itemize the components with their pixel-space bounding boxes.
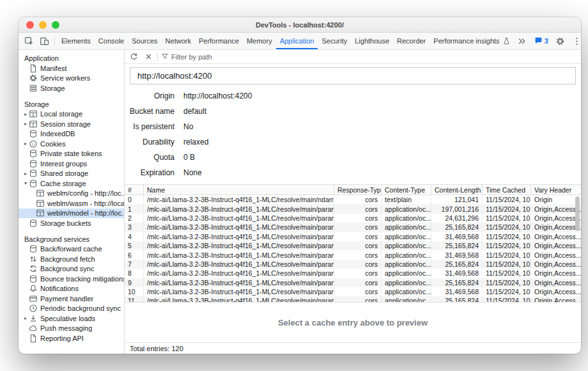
table-row[interactable]: 3/mlc-ai/Llama-3.2-3B-Instruct-q4f16_1-M…: [125, 223, 581, 232]
sidebar-item-label: Private state tokens: [40, 150, 102, 157]
minimize-window-button[interactable]: [39, 21, 47, 29]
sidebar-item-session-storage[interactable]: ▸Session storage: [19, 119, 124, 129]
column-header-content-type[interactable]: Content-Type: [382, 185, 431, 194]
column-header-name[interactable]: Name: [144, 185, 334, 194]
tab-application[interactable]: Application: [276, 33, 318, 49]
sidebar-item-label: Background fetch: [40, 255, 95, 263]
sidebar-item-label: Session storage: [40, 120, 91, 128]
column-header-time-cached[interactable]: Time Cached: [483, 185, 531, 194]
sidebar-section-storage: Storage▸Local storage▸Session storageInd…: [19, 99, 124, 228]
tab-console[interactable]: Console: [95, 33, 128, 49]
filter-input[interactable]: [171, 53, 312, 61]
meta-value: No: [183, 122, 193, 131]
kebab-menu-icon[interactable]: [569, 36, 581, 46]
devtools-window: DevTools - localhost:4200/ ElementsConso…: [19, 17, 581, 354]
sidebar-item-interest-groups[interactable]: Interest groups: [19, 159, 124, 169]
tab-performance-insights[interactable]: Performance insights: [429, 33, 514, 49]
table-row[interactable]: 11/mlc-ai/Llama-3.2-3B-Instruct-q4f16_1-…: [125, 296, 581, 302]
total-entries-label: Total entries: 120: [130, 345, 183, 352]
table-cell: cors: [334, 287, 382, 296]
inspect-element-icon[interactable]: [21, 33, 36, 49]
sidebar-item-manifest[interactable]: Manifest: [19, 63, 124, 74]
chevron-right-icon[interactable]: ▸: [22, 171, 29, 177]
table-row[interactable]: 0/mlc-ai/Llama-3.2-3B-Instruct-q4f16_1-M…: [125, 195, 581, 204]
delete-selected-icon[interactable]: [143, 51, 154, 63]
close-window-button[interactable]: [26, 21, 34, 29]
table-row[interactable]: 1/mlc-ai/Llama-3.2-3B-Instruct-q4f16_1-M…: [125, 204, 581, 213]
tab-memory[interactable]: Memory: [243, 33, 276, 49]
console-messages-badge[interactable]: 3: [531, 36, 552, 46]
table-row[interactable]: 7/mlc-ai/Llama-3.2-3B-Instruct-q4f16_1-M…: [125, 260, 581, 269]
table-row[interactable]: 4/mlc-ai/Llama-3.2-3B-Instruct-q4f16_1-M…: [125, 232, 581, 241]
chevron-right-icon[interactable]: ▸: [22, 315, 29, 321]
tab-elements[interactable]: Elements: [58, 33, 95, 49]
tab-network[interactable]: Network: [162, 33, 195, 49]
table-cell: 11/15/2024, 10...: [483, 223, 531, 232]
table-cell: 11/15/2024, 10...: [483, 204, 531, 213]
table-row[interactable]: 6/mlc-ai/Llama-3.2-3B-Instruct-q4f16_1-M…: [125, 250, 581, 259]
chevron-right-icon[interactable]: ▸: [22, 121, 29, 127]
tab-label: Lighthouse: [355, 37, 389, 45]
table-row[interactable]: 9/mlc-ai/Llama-3.2-3B-Instruct-q4f16_1-M…: [125, 278, 581, 287]
sidebar-item-shared-storage[interactable]: ▸Shared storage: [19, 169, 124, 179]
column-header-content-length[interactable]: Content-Length: [431, 185, 483, 194]
sidebar-item-periodic-background-sync[interactable]: Periodic background sync: [19, 304, 124, 314]
sidebar-item-weblm-config-http-loc[interactable]: weblm/config - http://loc...: [19, 189, 124, 199]
table-row[interactable]: 8/mlc-ai/Llama-3.2-3B-Instruct-q4f16_1-M…: [125, 269, 581, 278]
chevron-right-icon[interactable]: ▸: [22, 141, 29, 146]
tab-sources[interactable]: Sources: [128, 33, 161, 49]
chevron-down-icon[interactable]: ▾: [22, 180, 29, 186]
table-cell: /mlc-ai/Llama-3.2-3B-Instruct-q4f16_1-ML…: [144, 278, 334, 287]
settings-gear-icon[interactable]: [553, 36, 568, 46]
table-row[interactable]: 2/mlc-ai/Llama-3.2-3B-Instruct-q4f16_1-M…: [125, 214, 581, 223]
sidebar-item-weblm-model-http-loc[interactable]: weblm/model - http://loc...: [19, 209, 124, 219]
sidebar-item-storage-buckets[interactable]: Storage buckets: [19, 218, 124, 228]
table-cell: 0: [125, 195, 144, 204]
vertical-scrollbar[interactable]: [575, 196, 580, 231]
tab-lighthouse[interactable]: Lighthouse: [351, 33, 393, 49]
sidebar-item-weblm-wasm-http-loca[interactable]: weblm/wasm - http://loca...: [19, 198, 124, 209]
database-icon: [29, 129, 38, 138]
table-cell: Origin,Access...: [531, 260, 581, 269]
table-cell: 31,469,568: [431, 287, 483, 296]
sidebar-item-background-sync[interactable]: Background sync: [19, 264, 124, 274]
table-cell: application/oc...: [382, 278, 431, 287]
sidebar-item-push-messaging[interactable]: Push messaging: [19, 324, 124, 334]
sidebar-item-cache-storage[interactable]: ▾Cache storage: [19, 178, 124, 189]
device-toolbar-icon[interactable]: [36, 33, 52, 49]
sidebar-item-background-fetch[interactable]: Background fetch: [19, 254, 124, 264]
sidebar-item-label: IndexedDB: [40, 130, 75, 138]
sidebar-item-local-storage[interactable]: ▸Local storage: [19, 109, 124, 120]
sidebar-item-cookies[interactable]: ▸Cookies: [19, 139, 124, 149]
sidebar-item-service-workers[interactable]: Service workers: [19, 74, 124, 84]
sidebar-item-storage[interactable]: Storage: [19, 83, 124, 93]
table-cell: 11: [125, 296, 144, 302]
chevron-right-icon[interactable]: ▸: [22, 111, 29, 117]
maximize-window-button[interactable]: [52, 21, 59, 29]
tab-performance[interactable]: Performance: [195, 33, 243, 49]
sidebar-item-reporting-api[interactable]: Reporting API: [19, 333, 124, 343]
sidebar-item-bounce-tracking-mitigations[interactable]: Bounce tracking mitigations: [19, 274, 124, 284]
tab-label: Network: [166, 37, 191, 45]
devtools-tab-bar: ElementsConsoleSourcesNetworkPerformance…: [19, 33, 581, 50]
column-header-[interactable]: #: [125, 185, 144, 194]
column-header-response-type[interactable]: Response-Type: [334, 185, 382, 194]
sidebar-item-back-forward-cache[interactable]: Back/forward cache: [19, 244, 124, 255]
refresh-icon[interactable]: [128, 51, 139, 63]
table-row[interactable]: 10/mlc-ai/Llama-3.2-3B-Instruct-q4f16_1-…: [125, 287, 581, 296]
meta-label: Is persistent: [125, 122, 174, 131]
sidebar-item-notifications[interactable]: Notifications: [19, 284, 124, 294]
sidebar-item-label: Cache storage: [40, 180, 86, 187]
sidebar-item-payment-handler[interactable]: Payment handler: [19, 294, 124, 304]
table-cell: cors: [334, 223, 382, 232]
tab-security[interactable]: Security: [318, 33, 351, 49]
table-cell: 24,631,296: [431, 214, 483, 223]
sidebar-item-indexeddb[interactable]: IndexedDB: [19, 129, 124, 139]
tab-recorder[interactable]: Recorder: [393, 33, 429, 49]
more-tabs-chevron-icon[interactable]: [514, 36, 530, 46]
sidebar-item-speculative-loads[interactable]: ▸Speculative loads: [19, 313, 124, 324]
table-row[interactable]: 5/mlc-ai/Llama-3.2-3B-Instruct-q4f16_1-M…: [125, 241, 581, 250]
sidebar-item-private-state-tokens[interactable]: Private state tokens: [19, 149, 124, 159]
tabbar-divider: [54, 36, 55, 45]
column-header-vary-header[interactable]: Vary Header: [531, 185, 581, 194]
